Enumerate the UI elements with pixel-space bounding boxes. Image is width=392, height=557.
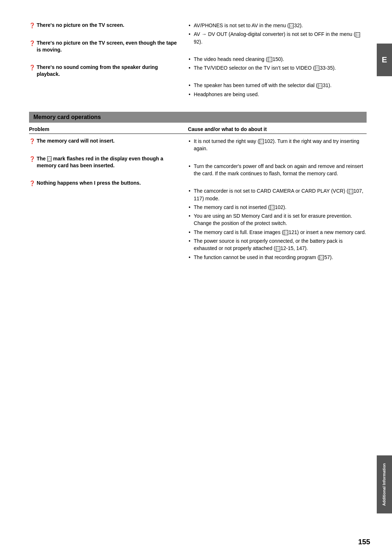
- cause-list-3: The speaker has been turned off with the…: [188, 82, 367, 98]
- ref-icon: □: [349, 189, 353, 194]
- cause-group-3: The speaker has been turned off with the…: [188, 82, 367, 98]
- ref-icon: □: [270, 205, 274, 210]
- col-headers: Problem Cause and/or what to do about it: [29, 126, 367, 134]
- top-section: ❓ There's no picture on the TV screen. ❓…: [29, 22, 367, 108]
- cause-item: The memory card is full. Erase images (□…: [188, 229, 367, 236]
- cause-item: Turn the camcorder's power off and back …: [188, 163, 367, 177]
- memory-section-header: Memory card operations: [29, 112, 367, 123]
- cause-item: The function cannot be used in that reco…: [188, 254, 367, 261]
- cause-list-m1: It is not turned the right way (□102). T…: [188, 138, 367, 152]
- cause-group-m2: Turn the camcorder's power off and back …: [188, 163, 367, 177]
- cause-item: AV → DV OUT (Analog-digital converter) i…: [188, 30, 367, 45]
- main-content: ❓ There's no picture on the TV screen. ❓…: [29, 22, 367, 271]
- cause-item: You are using an SD Memory Card and it i…: [188, 212, 367, 227]
- problem-text-1: There's no picture on the TV screen.: [37, 22, 124, 29]
- cause-list-m3: The camcorder is not set to CARD CAMERA …: [188, 187, 367, 261]
- problem-text-m2: The □ mark flashes red in the display ev…: [37, 155, 177, 169]
- problem-no-picture-tape: ❓ There's no picture on the TV screen, e…: [29, 40, 177, 54]
- cause-group-2: The video heads need cleaning (□150). Th…: [188, 56, 367, 72]
- ref-icon: □: [260, 139, 264, 144]
- memory-causes-col: It is not turned the right way (□102). T…: [184, 138, 367, 271]
- cause-item: The TV/VIDEO selector on the TV isn’t se…: [188, 64, 367, 71]
- cause-item: The video heads need cleaning (□150).: [188, 56, 367, 63]
- cause-item: The speaker has been turned off with the…: [188, 82, 367, 89]
- ref-icon: □: [315, 66, 319, 71]
- problem-text-3: There's no sound coming from the speaker…: [37, 64, 177, 78]
- cause-group-m3: The camcorder is not set to CARD CAMERA …: [188, 187, 367, 261]
- ref-icon: □: [268, 57, 272, 62]
- top-problems-col: ❓ There's no picture on the TV screen. ❓…: [29, 22, 184, 108]
- col-header-problem: Problem: [29, 126, 184, 132]
- memory-header-text: Memory card operations: [33, 114, 101, 120]
- problem-text-m3: Nothing happens when I press the buttons…: [37, 180, 141, 187]
- ref-icon: □: [284, 230, 288, 235]
- problem-icon-2: ❓: [29, 40, 35, 54]
- ref-icon: □: [276, 246, 280, 251]
- problem-icon-m2: ❓: [29, 156, 35, 169]
- page-number: 155: [358, 538, 370, 546]
- page: ❓ There's no picture on the TV screen. ❓…: [0, 0, 392, 557]
- problem-mark-flashes: ❓ The □ mark flashes red in the display …: [29, 155, 177, 169]
- cause-item: The camcorder is not set to CARD CAMERA …: [188, 187, 367, 202]
- ref-icon: □: [356, 32, 360, 37]
- cause-group-m1: It is not turned the right way (□102). T…: [188, 138, 367, 152]
- problem-icon-m1: ❓: [29, 138, 35, 145]
- cause-item: It is not turned the right way (□102). T…: [188, 138, 367, 152]
- top-causes-col: AV/PHONES is not set to AV in the menu (…: [184, 22, 367, 108]
- ref-icon: □: [319, 255, 324, 260]
- ref-icon: □: [289, 23, 294, 28]
- ref-icon: □: [318, 83, 322, 89]
- problem-no-picture-tv: ❓ There's no picture on the TV screen.: [29, 22, 177, 29]
- problem-text-m1: The memory card will not insert.: [37, 138, 115, 145]
- cause-item: The memory card is not inserted (□102).: [188, 204, 367, 211]
- cause-list-2: The video heads need cleaning (□150). Th…: [188, 56, 367, 72]
- cause-item: AV/PHONES is not set to AV in the menu (…: [188, 22, 367, 29]
- memory-problems-col: ❓ The memory card will not insert. ❓ The…: [29, 138, 184, 271]
- problem-icon-3: ❓: [29, 64, 35, 78]
- cause-list-m2: Turn the camcorder's power off and back …: [188, 163, 367, 177]
- cause-list-1: AV/PHONES is not set to AV in the menu (…: [188, 22, 367, 45]
- problem-icon-m3: ❓: [29, 180, 35, 187]
- cause-item: Headphones are being used.: [188, 91, 367, 98]
- memory-section-content: ❓ The memory card will not insert. ❓ The…: [29, 138, 367, 271]
- problem-memory-not-insert: ❓ The memory card will not insert.: [29, 138, 177, 145]
- problem-no-sound: ❓ There's no sound coming from the speak…: [29, 64, 177, 78]
- problem-icon-1: ❓: [29, 22, 35, 29]
- problem-text-2: There's no picture on the TV screen, eve…: [37, 40, 177, 54]
- problem-nothing-happens: ❓ Nothing happens when I press the butto…: [29, 180, 177, 187]
- cause-group-1: AV/PHONES is not set to AV in the menu (…: [188, 22, 367, 45]
- col-header-cause: Cause and/or what to do about it: [184, 126, 367, 132]
- cause-item: The power source is not properly connect…: [188, 237, 367, 252]
